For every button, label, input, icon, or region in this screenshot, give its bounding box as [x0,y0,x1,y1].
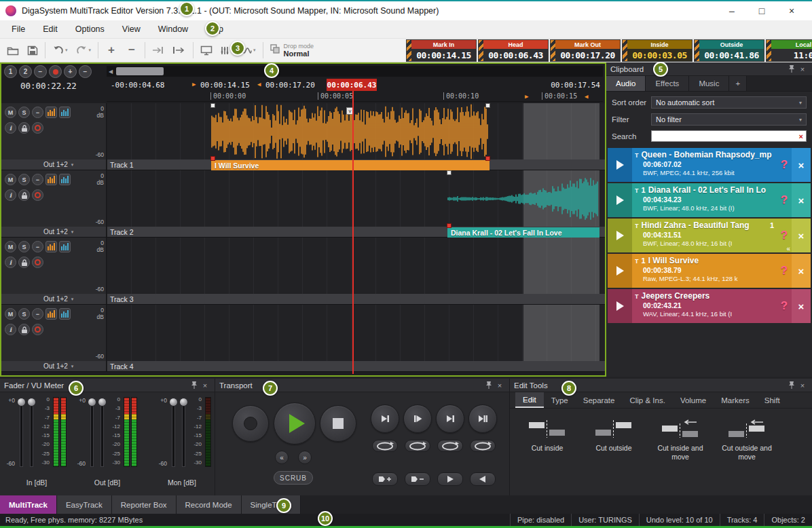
menu-view[interactable]: View [113,20,149,38]
remove-clip-button[interactable]: × [792,254,811,288]
loop-button[interactable] [470,440,496,452]
tab-music[interactable]: Music [689,76,729,91]
clip-handle[interactable] [210,103,215,108]
fader-slider[interactable] [87,396,97,475]
play-to-end-button[interactable] [371,404,399,433]
solo-button[interactable]: S [18,174,30,185]
meter-orange-toggle[interactable] [45,308,57,320]
forward-button[interactable]: » [298,451,312,464]
output-selector[interactable]: Out 1+2 ▾ [1,227,106,237]
fader-knob[interactable] [169,398,178,407]
record-arm-button[interactable] [32,189,43,201]
scrollbar-thumb[interactable] [116,67,164,75]
meter-blue-toggle[interactable] [59,174,71,185]
timecode-inside[interactable]: Inside00:00:03.05 [622,39,693,62]
save-button[interactable] [27,45,38,56]
channels-icon[interactable] [221,45,230,56]
view-1-button[interactable]: 1 [4,65,17,78]
cut-inside-and-move-button[interactable]: Cut inside and move [648,414,712,461]
clip-title-band[interactable]: I Will Survive [211,160,490,170]
minimize-track-button[interactable]: − [32,308,43,320]
tab-multitrack[interactable]: MultiTrack [0,495,57,514]
play-clip-button[interactable] [608,148,632,182]
lock-button[interactable] [18,324,30,335]
chevron-down-icon[interactable]: ▾ [89,48,92,53]
loop-button[interactable] [437,440,463,452]
play-over-cut-button[interactable] [468,404,497,433]
filter-select[interactable]: No filter ▾ [651,113,807,126]
meter-orange-toggle[interactable] [45,241,57,252]
minimize-track-button[interactable]: − [32,107,43,118]
audio-clip[interactable]: Diana Krall - 02 Let's Fall In Love [447,170,599,238]
mute-button[interactable]: M [5,308,16,320]
question-icon[interactable]: ? [777,148,792,182]
undo-button[interactable]: ▾ [52,45,68,55]
info-button[interactable]: i [5,324,16,335]
output-selector[interactable]: Out 1+2 ▾ [1,361,106,371]
playhead-cursor[interactable] [352,91,354,374]
clipboard-item[interactable]: T Hindi Zahra - Beautiful Tang 1 00:04:3… [608,219,811,252]
clipboard-item[interactable]: T Queen - Bohemian Rhapsody_mp 00:06:07.… [608,148,811,182]
fader-slider[interactable] [179,396,189,475]
horizontal-scrollbar[interactable]: ◀ [107,66,603,77]
meter-blue-toggle[interactable] [59,107,71,118]
stop-button[interactable] [320,405,356,442]
play-to-mark-button[interactable] [436,404,464,433]
timecode-markin[interactable]: Mark In00:00:14.15 [406,39,477,62]
chevron-down-icon[interactable]: ▾ [253,48,256,53]
meter-blue-toggle[interactable] [59,241,71,252]
lock-button[interactable] [18,257,30,268]
collapse-button[interactable]: − [34,65,47,78]
record-button[interactable] [232,405,269,442]
clip-handle[interactable] [447,223,451,228]
meter-orange-toggle[interactable] [45,107,57,118]
clip-handle[interactable] [447,170,451,175]
cut-outside-button[interactable]: Cut outside [582,414,646,461]
question-icon[interactable]: ? [777,289,792,323]
timecode-head[interactable]: Head00:00:06.43 [478,39,549,62]
zoom-in-button[interactable]: + [64,65,77,78]
meter-orange-toggle[interactable] [45,174,57,185]
tab-effects[interactable]: Effects [646,76,689,91]
close-panel-button[interactable]: × [200,381,210,390]
cut-inside-button[interactable]: Cut inside [515,414,579,461]
tab-add[interactable]: + [729,76,747,91]
fader-slider[interactable] [26,396,37,475]
tab-easytrack[interactable]: EasyTrack [57,495,112,514]
timecode-outside[interactable]: Outside00:00:41.86 [694,39,764,62]
menu-options[interactable]: Options [67,20,113,38]
view-2-button[interactable]: 2 [19,65,32,78]
add-marker-button[interactable] [372,472,398,486]
snap-right-icon[interactable] [172,46,186,54]
scrub-button[interactable]: SCRUB [274,471,313,485]
tab-reporter-box[interactable]: Reporter Box [112,495,177,514]
fader-slider[interactable] [168,396,179,475]
tab-edit[interactable]: Edit [515,392,544,408]
clipboard-item[interactable]: T 1 Diana Krall - 02 Let's Fall In Lo 00… [608,183,811,217]
question-icon[interactable]: ? [777,183,792,217]
play-clip-button[interactable] [608,183,632,217]
search-input[interactable] [652,132,796,140]
tab-record-mode[interactable]: Record Mode [177,495,242,514]
clip-handle[interactable] [485,103,490,108]
minimize-track-button[interactable]: − [32,241,43,252]
solo-button[interactable]: S [18,241,30,252]
track-lane[interactable]: Track 1 I Will Survivev [107,103,605,170]
track-lane[interactable]: Track 4 [107,305,605,371]
menu-file[interactable]: File [3,20,34,38]
open-file-button[interactable] [7,45,19,56]
remove-clip-button[interactable]: × [792,183,811,217]
track-lane[interactable]: Track 2 Diana Krall - 02 Let's Fall In L… [107,170,605,237]
lock-button[interactable] [18,122,30,134]
play-clip-button[interactable] [608,219,632,252]
output-selector[interactable]: Out 1+2 ▾ [1,159,106,170]
play-clip-button[interactable] [608,289,632,323]
timecode-local[interactable]: Local11:0 [766,39,812,62]
remove-clip-button[interactable]: × [792,148,811,182]
record-arm-button[interactable] [32,122,43,134]
fader-knob[interactable] [179,398,188,407]
redo-button[interactable]: ▾ [76,45,92,55]
loop-button[interactable] [372,440,398,452]
pin-icon[interactable] [786,64,797,73]
output-selector[interactable]: Out 1+2 ▾ [1,294,106,304]
